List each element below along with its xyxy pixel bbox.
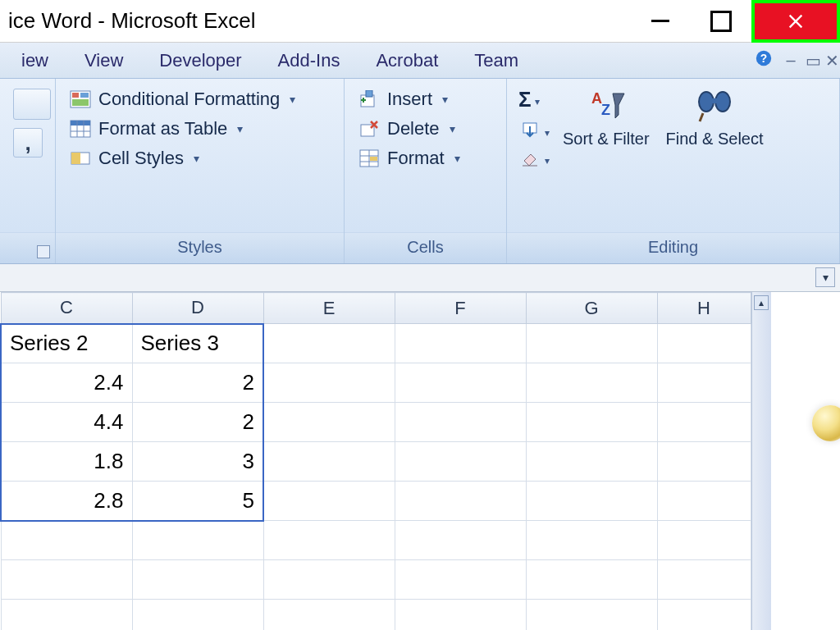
cell-g4[interactable] xyxy=(526,442,657,482)
cell-h2[interactable] xyxy=(657,363,751,403)
cell-g2[interactable] xyxy=(526,363,657,403)
cell-c8[interactable] xyxy=(1,600,132,631)
cell-f6[interactable] xyxy=(395,521,526,560)
cell-d5[interactable]: 5 xyxy=(132,482,263,521)
cell-c3[interactable]: 4.4 xyxy=(1,403,132,442)
cell-h7[interactable] xyxy=(657,560,751,600)
cell-g6[interactable] xyxy=(526,521,657,560)
cell-e5[interactable] xyxy=(263,482,395,521)
cell-d4[interactable]: 3 xyxy=(132,442,263,482)
cell-d7[interactable] xyxy=(132,560,263,600)
cell-f5[interactable] xyxy=(395,482,526,521)
cell-g3[interactable] xyxy=(526,403,657,442)
window-minimize-button[interactable] xyxy=(630,0,691,43)
col-header-e[interactable]: E xyxy=(263,293,395,324)
cell-e3[interactable] xyxy=(263,403,395,442)
fill-button[interactable] xyxy=(518,121,550,140)
tab-developer[interactable]: Developer xyxy=(141,45,259,76)
format-as-table-button[interactable]: Format as Table xyxy=(66,116,299,141)
conditional-formatting-button[interactable]: Conditional Formatting xyxy=(66,87,299,112)
formula-bar[interactable]: ▾ xyxy=(0,264,840,292)
cell-h4[interactable] xyxy=(657,442,751,482)
window-titlebar: ice Word - Microsoft Excel xyxy=(0,0,840,43)
tab-iew[interactable]: iew xyxy=(3,45,66,76)
cell-styles-button[interactable]: Cell Styles xyxy=(66,146,299,171)
scroll-up-button[interactable]: ▴ xyxy=(754,295,769,310)
comma-style-button[interactable]: , xyxy=(13,128,43,158)
cell-e8[interactable] xyxy=(263,600,395,631)
find-select-button[interactable]: Find & Select xyxy=(658,84,772,232)
col-header-h[interactable]: H xyxy=(657,293,751,324)
cell-d8[interactable] xyxy=(132,600,263,631)
cell-h5[interactable] xyxy=(657,482,751,521)
cell-d3[interactable]: 2 xyxy=(132,403,263,442)
col-header-d[interactable]: D xyxy=(132,293,263,324)
tab-acrobat[interactable]: Acrobat xyxy=(358,45,456,76)
cell-h3[interactable] xyxy=(657,403,751,442)
cell-h8[interactable] xyxy=(657,600,751,631)
sigma-icon: Σ xyxy=(518,87,532,112)
cell-c2[interactable]: 2.4 xyxy=(1,363,132,403)
column-headers-row: C D E F G H xyxy=(1,293,751,324)
cell-f2[interactable] xyxy=(395,363,526,403)
col-header-f[interactable]: F xyxy=(395,293,526,324)
cell-e2[interactable] xyxy=(263,363,395,403)
cell-c4[interactable]: 1.8 xyxy=(1,442,132,482)
number-dialog-launcher[interactable] xyxy=(37,245,50,258)
formula-bar-expand-button[interactable]: ▾ xyxy=(815,267,835,287)
mdi-close-button[interactable]: ✕ xyxy=(820,51,840,71)
cell-h6[interactable] xyxy=(657,521,751,560)
cell-f3[interactable] xyxy=(395,403,526,442)
cell-d2[interactable]: 2 xyxy=(132,363,263,403)
svg-rect-5 xyxy=(72,99,89,106)
ribbon-group-number-partial: , xyxy=(0,79,56,263)
svg-rect-12 xyxy=(71,153,80,164)
mdi-minimize-button[interactable]: – xyxy=(781,51,801,70)
cell-e4[interactable] xyxy=(263,442,395,482)
col-header-c[interactable]: C xyxy=(1,293,132,324)
delete-cells-button[interactable]: Delete xyxy=(354,116,463,141)
tab-view[interactable]: View xyxy=(66,45,141,76)
window-close-button[interactable] xyxy=(755,3,837,39)
window-maximize-button[interactable] xyxy=(691,0,751,43)
delete-label: Delete xyxy=(387,118,440,139)
cell-f4[interactable] xyxy=(395,442,526,482)
cell-c6[interactable] xyxy=(1,521,132,560)
cell-e1[interactable] xyxy=(263,324,395,363)
close-icon xyxy=(787,12,805,30)
help-button[interactable]: ? xyxy=(746,49,781,71)
mdi-restore-button[interactable]: ▭ xyxy=(801,51,820,71)
autosum-button[interactable]: Σ xyxy=(518,87,550,112)
sort-filter-label: Sort & Filter xyxy=(563,130,650,148)
tab-addins[interactable]: Add-Ins xyxy=(260,45,358,76)
format-label: Format xyxy=(387,148,445,169)
cell-d6[interactable] xyxy=(132,521,263,560)
help-icon: ? xyxy=(755,49,773,67)
clear-button[interactable] xyxy=(518,148,550,168)
cell-f1[interactable] xyxy=(395,324,526,363)
insert-cells-button[interactable]: Insert xyxy=(354,87,463,112)
cell-c5[interactable]: 2.8 xyxy=(1,482,132,521)
table-row: 2.4 2 xyxy=(1,363,751,403)
cell-f8[interactable] xyxy=(395,600,526,631)
table-row: 1.8 3 xyxy=(1,442,751,482)
eraser-icon xyxy=(518,148,541,168)
sort-filter-button[interactable]: AZ Sort & Filter xyxy=(555,84,658,232)
col-header-g[interactable]: G xyxy=(526,293,657,324)
cell-g8[interactable] xyxy=(526,600,657,631)
cell-e7[interactable] xyxy=(263,560,395,600)
cell-g7[interactable] xyxy=(526,560,657,600)
cell-e6[interactable] xyxy=(263,521,395,560)
format-cells-button[interactable]: Format xyxy=(354,146,463,171)
tab-team[interactable]: Team xyxy=(456,45,536,76)
cell-d1[interactable]: Series 3 xyxy=(132,324,263,363)
cell-f7[interactable] xyxy=(395,560,526,600)
cell-g1[interactable] xyxy=(526,324,657,363)
cell-c7[interactable] xyxy=(1,560,132,600)
cell-h1[interactable] xyxy=(657,324,751,363)
worksheet-grid[interactable]: C D E F G H Series 2 Series 3 2.4 2 4.4 … xyxy=(0,292,751,630)
vertical-scrollbar[interactable]: ▴ xyxy=(751,292,771,630)
number-format-dropdown[interactable] xyxy=(13,89,51,120)
cell-c1[interactable]: Series 2 xyxy=(1,324,132,363)
cell-g5[interactable] xyxy=(526,482,657,521)
